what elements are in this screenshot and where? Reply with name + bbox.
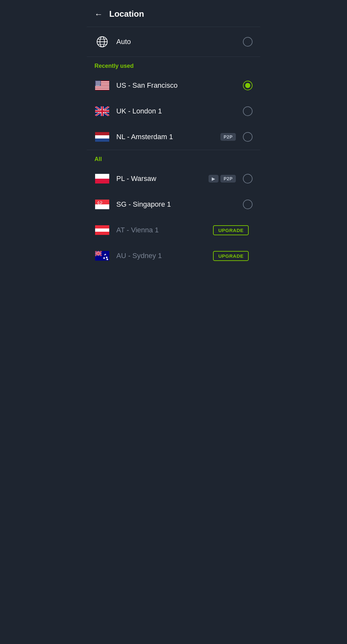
flag-uk	[94, 105, 110, 117]
svg-point-63	[100, 203, 101, 204]
svg-rect-57	[95, 204, 109, 209]
svg-point-14	[97, 81, 97, 82]
radio-uk-london-1[interactable]	[243, 106, 253, 116]
radio-us-san-francisco[interactable]	[243, 81, 253, 90]
svg-point-33	[96, 84, 96, 85]
svg-point-29	[97, 84, 98, 84]
svg-point-30	[98, 84, 99, 84]
svg-rect-65	[95, 225, 109, 228]
svg-point-37	[100, 84, 100, 85]
flag-nl	[94, 131, 110, 143]
svg-point-31	[99, 84, 100, 84]
svg-point-62	[101, 203, 102, 203]
radio-inner-us-san-francisco	[245, 83, 250, 88]
svg-point-18	[96, 82, 97, 83]
location-item-sg-singapore-1[interactable]: SG - Singapore 1	[87, 192, 260, 217]
svg-point-19	[97, 82, 98, 83]
svg-rect-55	[95, 179, 109, 183]
svg-point-23	[96, 83, 96, 83]
svg-rect-50	[95, 111, 109, 112]
all-section-label: All	[87, 150, 260, 166]
svg-rect-11	[95, 89, 109, 89]
at-badges: UPGRADE	[213, 225, 249, 235]
upgrade-badge-at[interactable]: UPGRADE	[213, 225, 249, 235]
svg-point-24	[97, 83, 97, 83]
svg-point-21	[99, 82, 100, 83]
svg-point-40	[98, 85, 99, 86]
location-name-au-sydney-1: AU - Sydney 1	[116, 252, 213, 260]
svg-point-34	[97, 84, 97, 85]
svg-rect-9	[95, 86, 109, 86]
page-title: Location	[109, 9, 144, 19]
location-item-pl-warsaw[interactable]: PL - Warsaw ▶ P2P	[87, 166, 260, 192]
svg-rect-10	[95, 87, 109, 88]
flag-pl	[94, 173, 110, 184]
location-item-at-vienna-1[interactable]: AT - Vienna 1 UPGRADE	[87, 217, 260, 243]
svg-point-64	[99, 202, 100, 203]
svg-point-15	[98, 81, 98, 82]
svg-point-36	[99, 84, 99, 85]
back-button[interactable]: ←	[94, 10, 103, 18]
auto-radio-button[interactable]	[243, 37, 253, 47]
upgrade-badge-au[interactable]: UPGRADE	[213, 251, 249, 261]
svg-point-32	[100, 84, 101, 84]
svg-point-28	[96, 84, 97, 84]
location-name-at-vienna-1: AT - Vienna 1	[116, 226, 213, 234]
svg-point-16	[99, 81, 99, 82]
svg-point-13	[96, 81, 96, 82]
recently-used-label: Recently used	[87, 57, 260, 73]
flag-us	[94, 80, 110, 91]
svg-point-39	[97, 85, 98, 86]
location-name-pl-warsaw: PL - Warsaw	[116, 174, 209, 183]
flag-sg	[94, 199, 110, 210]
svg-point-35	[98, 84, 98, 85]
flag-at	[94, 224, 110, 236]
location-item-us-san-francisco[interactable]: US - San Francisco	[87, 73, 260, 98]
svg-rect-52	[95, 135, 109, 139]
svg-rect-67	[95, 232, 109, 235]
globe-icon	[94, 34, 110, 49]
auto-location-name: Auto	[116, 38, 243, 46]
location-name-sg-singapore-1: SG - Singapore 1	[116, 200, 243, 209]
svg-rect-53	[95, 139, 109, 142]
p2p-badge-nl: P2P	[220, 133, 236, 141]
au-badges: UPGRADE	[213, 251, 249, 261]
header: ← Location	[87, 0, 260, 27]
svg-rect-54	[95, 174, 109, 179]
location-item-au-sydney-1[interactable]: AU - Sydney 1 UPGRADE	[87, 243, 260, 269]
location-name-nl-amsterdam-1: NL - Amsterdam 1	[116, 133, 220, 141]
pl-badges: ▶ P2P	[209, 175, 239, 183]
flag-au	[94, 250, 110, 262]
svg-rect-66	[95, 228, 109, 232]
svg-point-61	[102, 202, 102, 202]
location-name-uk-london-1: UK - London 1	[116, 107, 243, 115]
svg-point-17	[100, 81, 100, 82]
svg-point-82	[104, 255, 105, 255]
svg-point-26	[99, 83, 99, 83]
svg-point-80	[103, 257, 105, 259]
svg-rect-51	[95, 132, 109, 135]
play-badge-pl: ▶	[209, 175, 218, 183]
svg-point-38	[96, 85, 97, 86]
location-name-us-san-francisco: US - San Francisco	[116, 81, 243, 90]
p2p-badge-pl: P2P	[220, 175, 236, 183]
svg-point-79	[106, 257, 108, 258]
svg-point-22	[100, 82, 101, 83]
nl-badges: P2P	[220, 133, 239, 141]
svg-point-27	[100, 83, 100, 83]
svg-point-60	[101, 201, 101, 202]
auto-location-item[interactable]: Auto	[87, 27, 260, 57]
svg-point-41	[99, 85, 100, 86]
radio-nl-amsterdam-1[interactable]	[243, 132, 253, 142]
radio-sg-singapore-1[interactable]	[243, 200, 253, 209]
svg-point-25	[98, 83, 98, 83]
svg-rect-77	[95, 253, 102, 254]
location-item-uk-london-1[interactable]: UK - London 1	[87, 98, 260, 124]
radio-pl-warsaw[interactable]	[243, 174, 253, 183]
location-item-nl-amsterdam-1[interactable]: NL - Amsterdam 1 P2P	[87, 124, 260, 150]
svg-point-20	[98, 82, 99, 83]
svg-point-81	[107, 259, 108, 260]
